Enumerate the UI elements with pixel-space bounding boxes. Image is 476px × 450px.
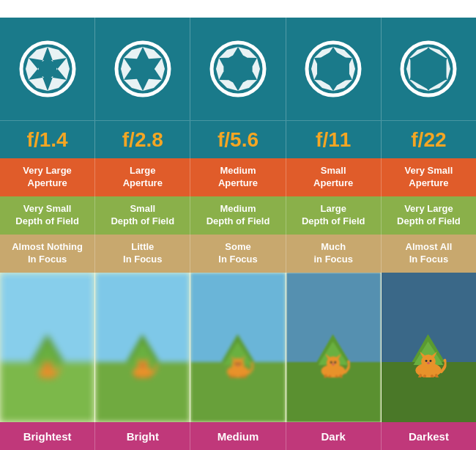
illustration-cell-0 bbox=[0, 273, 95, 422]
focus-label: SomeIn Focus bbox=[218, 241, 257, 266]
svg-line-64 bbox=[135, 377, 137, 378]
svg-line-108 bbox=[432, 376, 434, 377]
icon-cell-4 bbox=[382, 18, 476, 120]
brightness-cell-0: Brightest bbox=[0, 422, 95, 450]
focus-cell-1: LittleIn Focus bbox=[95, 235, 190, 273]
row-icons bbox=[0, 18, 476, 120]
aperture-cell-0: Very LargeAperture bbox=[0, 158, 95, 196]
row-brightness: BrightestBrightMediumDarkDarkest bbox=[0, 422, 476, 450]
fstop-cell-2: f/5.6 bbox=[190, 121, 286, 158]
fstop-cell-3: f/11 bbox=[286, 121, 382, 158]
svg-marker-7 bbox=[39, 59, 56, 78]
aperture-cell-2: MediumAperture bbox=[190, 158, 286, 196]
row-focus: Almost NothingIn FocusLittleIn FocusSome… bbox=[0, 235, 476, 273]
focus-label: LittleIn Focus bbox=[123, 241, 162, 266]
row-aperture: Very LargeApertureLargeApertureMediumApe… bbox=[0, 158, 476, 196]
aperture-cell-4: Very SmallAperture bbox=[382, 158, 476, 196]
svg-line-93 bbox=[329, 376, 330, 377]
illustration-cell-2 bbox=[190, 273, 286, 422]
svg-line-78 bbox=[230, 376, 231, 378]
svg-line-106 bbox=[420, 375, 421, 377]
aperture-label: LargeAperture bbox=[123, 165, 163, 190]
grid-area: f/1.4f/2.8f/5.6f/11f/22 Very LargeApertu… bbox=[0, 18, 476, 450]
svg-marker-15 bbox=[131, 56, 154, 82]
fstop-value: f/5.6 bbox=[217, 128, 259, 152]
svg-marker-21 bbox=[216, 58, 223, 80]
title-bar bbox=[0, 0, 476, 18]
svg-marker-10 bbox=[155, 58, 165, 80]
svg-line-66 bbox=[146, 377, 147, 378]
fstop-cell-1: f/2.8 bbox=[95, 121, 190, 158]
svg-marker-45 bbox=[41, 360, 45, 364]
aperture-label: SmallAperture bbox=[313, 165, 353, 190]
aperture-label: Very SmallAperture bbox=[405, 165, 453, 190]
aperture-cell-1: LargeAperture bbox=[95, 158, 190, 196]
fstop-value: f/22 bbox=[411, 128, 446, 152]
fstop-cell-4: f/22 bbox=[382, 121, 476, 158]
dof-label: LargeDepth of Field bbox=[302, 203, 365, 228]
svg-line-95 bbox=[341, 376, 342, 378]
svg-marker-59 bbox=[136, 358, 141, 362]
svg-line-81 bbox=[245, 376, 246, 378]
svg-line-107 bbox=[424, 376, 425, 377]
dof-label: SmallDepth of Field bbox=[111, 203, 174, 228]
fstop-value: f/1.4 bbox=[27, 128, 68, 152]
svg-marker-102 bbox=[431, 352, 437, 358]
dof-cell-1: SmallDepth of Field bbox=[95, 196, 190, 235]
svg-marker-29 bbox=[311, 58, 317, 80]
focus-cell-2: SomeIn Focus bbox=[190, 235, 286, 273]
svg-marker-18 bbox=[253, 58, 260, 80]
focus-label: Almost AllIn Focus bbox=[406, 241, 453, 266]
svg-line-51 bbox=[44, 377, 45, 378]
svg-line-79 bbox=[234, 377, 235, 378]
focus-label: Muchin Focus bbox=[313, 241, 352, 266]
svg-marker-88 bbox=[336, 353, 341, 358]
icon-cell-2 bbox=[190, 18, 286, 120]
brightness-label: Brightest bbox=[23, 430, 72, 443]
dof-cell-3: LargeDepth of Field bbox=[286, 196, 382, 235]
svg-line-80 bbox=[241, 377, 242, 378]
row-illustration bbox=[0, 273, 476, 422]
svg-line-67 bbox=[149, 377, 150, 378]
dof-cell-0: Very SmallDepth of Field bbox=[0, 196, 95, 235]
illustration-cell-4 bbox=[382, 273, 476, 422]
icon-cell-0 bbox=[0, 18, 95, 120]
brightness-label: Bright bbox=[127, 430, 159, 443]
icon-cell-3 bbox=[286, 18, 382, 120]
dof-cell-2: MediumDepth of Field bbox=[190, 196, 286, 235]
svg-line-65 bbox=[138, 377, 140, 378]
dof-label: MediumDepth of Field bbox=[207, 203, 270, 228]
brightness-cell-4: Darkest bbox=[382, 422, 476, 450]
aperture-cell-3: SmallAperture bbox=[286, 158, 382, 196]
svg-marker-2 bbox=[56, 58, 70, 80]
fstop-value: f/2.8 bbox=[122, 128, 163, 152]
dof-label: Very LargeDepth of Field bbox=[397, 203, 461, 228]
illustration-cell-3 bbox=[286, 273, 382, 422]
dof-label: Very SmallDepth of Field bbox=[15, 203, 79, 228]
svg-marker-5 bbox=[26, 58, 39, 80]
svg-line-92 bbox=[324, 376, 326, 378]
svg-line-53 bbox=[53, 377, 53, 378]
fstop-cell-0: f/1.4 bbox=[0, 121, 95, 158]
brightness-cell-3: Dark bbox=[286, 422, 382, 450]
brightness-label: Medium bbox=[217, 430, 259, 443]
svg-marker-13 bbox=[121, 58, 131, 80]
svg-marker-26 bbox=[349, 58, 355, 80]
svg-line-52 bbox=[50, 377, 51, 378]
svg-line-109 bbox=[436, 375, 438, 377]
icon-cell-1 bbox=[95, 18, 190, 120]
row-fstop: f/1.4f/2.8f/5.6f/11f/22 bbox=[0, 120, 476, 158]
brightness-cell-1: Bright bbox=[95, 422, 190, 450]
aperture-label: MediumAperture bbox=[218, 165, 258, 190]
row-dof: Very SmallDepth of FieldSmallDepth of Fi… bbox=[0, 196, 476, 235]
brightness-label: Darkest bbox=[409, 430, 449, 443]
focus-cell-4: Almost AllIn Focus bbox=[382, 235, 476, 273]
focus-label: Almost NothingIn Focus bbox=[12, 241, 83, 266]
fstop-value: f/11 bbox=[316, 128, 351, 152]
focus-cell-3: Muchin Focus bbox=[286, 235, 382, 273]
aperture-label: Very LargeAperture bbox=[23, 165, 72, 190]
svg-line-50 bbox=[40, 377, 41, 378]
dof-cell-4: Very LargeDepth of Field bbox=[382, 196, 476, 235]
svg-line-94 bbox=[337, 376, 338, 377]
brightness-label: Dark bbox=[321, 430, 346, 443]
